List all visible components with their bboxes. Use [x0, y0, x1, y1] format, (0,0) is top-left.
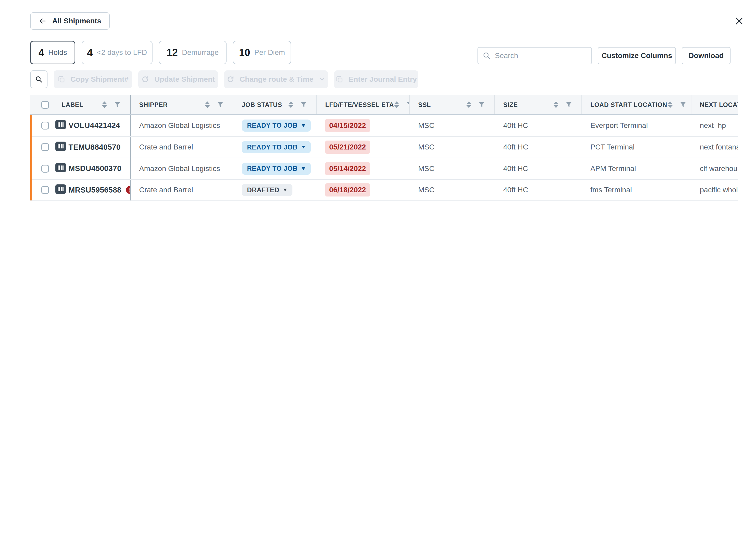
column-header-shipper: SHIPPER	[131, 95, 233, 114]
row-checkbox[interactable]	[41, 186, 49, 194]
change-route-time-button: Change route & Time	[224, 71, 328, 88]
funnel-icon[interactable]	[406, 102, 410, 108]
load-start-value: fms Terminal	[591, 186, 632, 194]
sort-carets-icon[interactable]	[288, 101, 294, 108]
chip-days-to-lfd[interactable]: 4 <2 days to LFD	[82, 41, 153, 64]
refresh-icon	[226, 76, 234, 83]
sort-carets-icon[interactable]	[394, 101, 400, 108]
column-title: LFD/FTE/VESSEL ETA	[325, 101, 394, 108]
column-header-ssl: SSL	[410, 95, 495, 114]
shipper-cell: Crate and Barrel	[131, 180, 233, 201]
job-status-dropdown[interactable]: READY TO JOB	[242, 120, 311, 132]
all-shipments-back-button[interactable]: All Shipments	[30, 12, 110, 30]
job-status-value: DRAFTED	[247, 186, 279, 194]
customize-columns-button[interactable]: Customize Columns	[598, 47, 676, 64]
chip-per-diem[interactable]: 10 Per Diem	[233, 41, 291, 64]
next-location-cell: clf warehouse	[691, 158, 738, 179]
sort-carets-icon[interactable]	[553, 101, 559, 108]
column-title: JOB STATUS	[242, 101, 282, 108]
funnel-icon[interactable]	[680, 102, 686, 108]
next-location-value: clf warehouse	[700, 164, 738, 173]
back-arrow-icon	[39, 17, 47, 25]
table-body: VOLU4421424 Amazon Global Logistics READ…	[30, 115, 738, 201]
job-status-dropdown[interactable]: READY TO JOB	[242, 163, 311, 175]
column-header-load-start-location: LOAD START LOCATION	[582, 95, 691, 114]
search-input-wrapper	[478, 47, 592, 64]
job-status-value: READY TO JOB	[247, 122, 298, 129]
lfd-date-badge: 05/21/2022	[325, 140, 370, 154]
ssl-value: MSC	[418, 164, 435, 173]
load-start-value: APM Terminal	[591, 164, 636, 173]
column-title: SIZE	[503, 101, 518, 108]
ssl-value: MSC	[418, 143, 435, 151]
lfd-eta-cell: 04/15/2022	[317, 115, 410, 136]
lfd-eta-cell: 05/21/2022	[317, 137, 410, 158]
funnel-icon[interactable]	[566, 102, 572, 108]
row-checkbox[interactable]	[41, 143, 49, 151]
copy-shipment-label: Copy Shipment#	[71, 75, 129, 83]
sort-carets-icon[interactable]	[102, 101, 107, 108]
ssl-cell: MSC	[410, 137, 495, 158]
shipment-label: MSDU4500370	[69, 164, 121, 173]
update-shipment-button: Update Shipment	[138, 71, 218, 88]
table-row[interactable]: MRSU5956588 Crate and Barrel DRAFTED 06/…	[30, 179, 738, 201]
sort-carets-icon[interactable]	[205, 101, 210, 108]
shipper-name: Crate and Barrel	[139, 143, 193, 151]
label-cell: TEMU8840570	[30, 137, 131, 158]
bulk-action-bar: Copy Shipment# Update Shipment Change ro…	[30, 71, 418, 88]
ssl-cell: MSC	[410, 158, 495, 179]
size-cell: 40ft HC	[495, 137, 582, 158]
size-value: 40ft HC	[503, 143, 528, 151]
search-input[interactable]	[478, 47, 592, 64]
shipment-label: VOLU4421424	[69, 121, 120, 130]
chip-demurrage-count: 12	[167, 47, 178, 58]
caret-down-icon	[301, 167, 306, 170]
load-start-value: PCT Terminal	[591, 143, 635, 151]
job-status-value: READY TO JOB	[247, 143, 298, 151]
next-location-value: next–hp	[700, 121, 726, 130]
load-start-value: Everport Terminal	[591, 121, 648, 130]
funnel-icon[interactable]	[217, 102, 223, 108]
chip-demurrage[interactable]: 12 Demurrage	[159, 41, 226, 64]
job-status-cell: READY TO JOB	[233, 137, 317, 158]
chip-days-to-lfd-count: 4	[87, 47, 93, 58]
row-checkbox[interactable]	[41, 122, 49, 130]
table-header-row: LABEL SHIPPER JOB STATUS	[30, 95, 738, 115]
chip-holds[interactable]: 4 Holds	[30, 41, 75, 64]
table-row[interactable]: VOLU4421424 Amazon Global Logistics READ…	[30, 115, 738, 136]
chip-demurrage-label: Demurrage	[182, 48, 219, 57]
funnel-icon[interactable]	[114, 102, 120, 108]
table-search-button[interactable]	[30, 71, 48, 88]
barcode-icon	[55, 141, 66, 153]
shipper-cell: Amazon Global Logistics	[131, 158, 233, 179]
table-row[interactable]: MSDU4500370 Amazon Global Logistics READ…	[30, 158, 738, 179]
chip-holds-count: 4	[39, 47, 44, 58]
caret-down-icon	[301, 124, 306, 127]
row-checkbox[interactable]	[41, 165, 49, 173]
download-button[interactable]: Download	[682, 47, 731, 64]
search-icon	[483, 52, 491, 60]
search-icon	[35, 76, 42, 83]
ssl-value: MSC	[418, 121, 435, 130]
select-all-checkbox[interactable]	[41, 101, 49, 109]
sort-carets-icon[interactable]	[466, 101, 472, 108]
table-toolbar: Customize Columns Download	[478, 47, 731, 64]
update-shipment-label: Update Shipment	[154, 75, 215, 83]
shipment-label: TEMU8840570	[69, 143, 120, 152]
sort-carets-icon[interactable]	[667, 101, 673, 108]
funnel-icon[interactable]	[301, 102, 307, 108]
job-status-dropdown[interactable]: READY TO JOB	[242, 141, 311, 153]
ssl-value: MSC	[418, 186, 435, 194]
load-start-cell: fms Terminal	[582, 180, 691, 201]
ssl-cell: MSC	[410, 180, 495, 201]
table-row[interactable]: TEMU8840570 Crate and Barrel READY TO JO…	[30, 136, 738, 158]
job-status-dropdown[interactable]: DRAFTED	[242, 184, 292, 196]
job-status-cell: READY TO JOB	[233, 158, 317, 179]
close-button[interactable]	[731, 13, 747, 29]
copy-icon	[336, 76, 343, 83]
change-route-time-label: Change route & Time	[240, 75, 313, 83]
funnel-icon[interactable]	[479, 102, 485, 108]
shipper-name: Amazon Global Logistics	[139, 121, 220, 130]
column-header-label: LABEL	[30, 95, 131, 114]
refresh-icon	[141, 76, 149, 83]
